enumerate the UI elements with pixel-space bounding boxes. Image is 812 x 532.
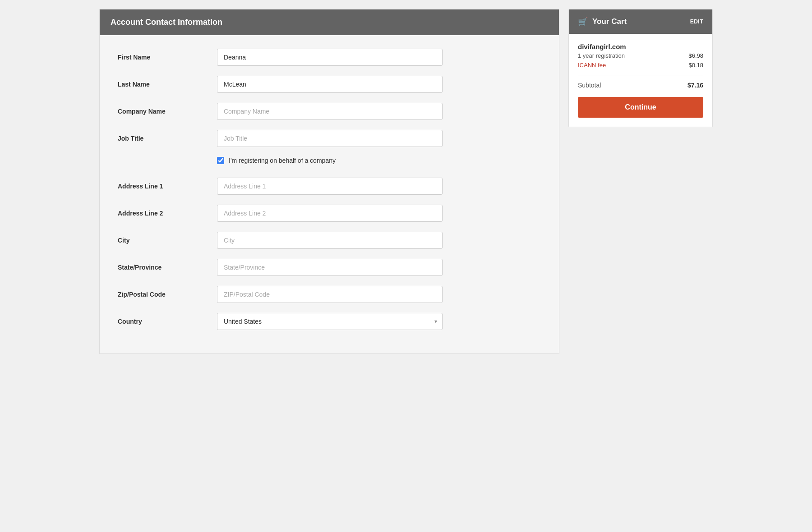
address1-row: Address Line 1 bbox=[118, 178, 541, 195]
cart-edit-button[interactable]: EDIT bbox=[690, 18, 703, 25]
job-title-label: Job Title bbox=[118, 135, 217, 142]
last-name-label: Last Name bbox=[118, 81, 217, 88]
last-name-row: Last Name bbox=[118, 76, 541, 93]
company-checkbox-row: I'm registering on behalf of a company bbox=[118, 157, 541, 164]
cart-title-group: 🛒 Your Cart bbox=[578, 17, 627, 27]
first-name-row: First Name bbox=[118, 49, 541, 66]
address2-input[interactable] bbox=[217, 205, 443, 222]
company-checkbox-label[interactable]: I'm registering on behalf of a company bbox=[229, 157, 336, 164]
company-name-input[interactable] bbox=[217, 103, 443, 120]
cart-registration-line: 1 year registration $6.98 bbox=[578, 52, 703, 59]
cart-subtotal-row: Subtotal $7.16 bbox=[578, 82, 703, 89]
cart-registration-price: $6.98 bbox=[688, 52, 703, 59]
country-row: Country United States Canada United King… bbox=[118, 313, 541, 330]
cart-subtotal-price: $7.16 bbox=[687, 82, 703, 89]
form-title: Account Contact Information bbox=[111, 18, 548, 27]
cart-icann-line: ICANN fee $0.18 bbox=[578, 62, 703, 69]
cart-domain: divifangirl.com bbox=[578, 43, 703, 50]
company-name-row: Company Name bbox=[118, 103, 541, 120]
company-name-label: Company Name bbox=[118, 108, 217, 115]
form-header: Account Contact Information bbox=[100, 9, 559, 35]
last-name-input[interactable] bbox=[217, 76, 443, 93]
cart-header: 🛒 Your Cart EDIT bbox=[569, 9, 712, 34]
cart-registration-label: 1 year registration bbox=[578, 52, 625, 59]
cart-subtotal-label: Subtotal bbox=[578, 82, 601, 89]
country-select-wrapper: United States Canada United Kingdom Aust… bbox=[217, 313, 443, 330]
zip-label: Zip/Postal Code bbox=[118, 291, 217, 298]
first-name-input[interactable] bbox=[217, 49, 443, 66]
country-label: Country bbox=[118, 318, 217, 325]
continue-button[interactable]: Continue bbox=[578, 97, 703, 118]
state-input[interactable] bbox=[217, 259, 443, 276]
state-label: State/Province bbox=[118, 264, 217, 271]
job-title-input[interactable] bbox=[217, 130, 443, 147]
state-row: State/Province bbox=[118, 259, 541, 276]
address2-label: Address Line 2 bbox=[118, 210, 217, 217]
zip-input[interactable] bbox=[217, 286, 443, 303]
job-title-row: Job Title bbox=[118, 130, 541, 147]
city-label: City bbox=[118, 237, 217, 244]
form-body: First Name Last Name Company Name Job Ti… bbox=[100, 35, 559, 353]
cart-card: 🛒 Your Cart EDIT divifangirl.com 1 year … bbox=[568, 9, 713, 127]
account-contact-form: Account Contact Information First Name L… bbox=[99, 9, 559, 354]
cart-icon: 🛒 bbox=[578, 17, 588, 27]
zip-row: Zip/Postal Code bbox=[118, 286, 541, 303]
cart-divider bbox=[578, 75, 703, 75]
first-name-label: First Name bbox=[118, 54, 217, 61]
city-row: City bbox=[118, 232, 541, 249]
address1-input[interactable] bbox=[217, 178, 443, 195]
country-select[interactable]: United States Canada United Kingdom Aust… bbox=[217, 313, 443, 330]
city-input[interactable] bbox=[217, 232, 443, 249]
cart-body: divifangirl.com 1 year registration $6.9… bbox=[569, 34, 712, 127]
address1-label: Address Line 1 bbox=[118, 183, 217, 190]
cart-icann-label: ICANN fee bbox=[578, 62, 606, 69]
cart-icann-price: $0.18 bbox=[688, 62, 703, 69]
company-checkbox[interactable] bbox=[217, 157, 224, 164]
cart-sidebar: 🛒 Your Cart EDIT divifangirl.com 1 year … bbox=[568, 9, 713, 354]
address2-row: Address Line 2 bbox=[118, 205, 541, 222]
cart-title: Your Cart bbox=[592, 17, 627, 26]
